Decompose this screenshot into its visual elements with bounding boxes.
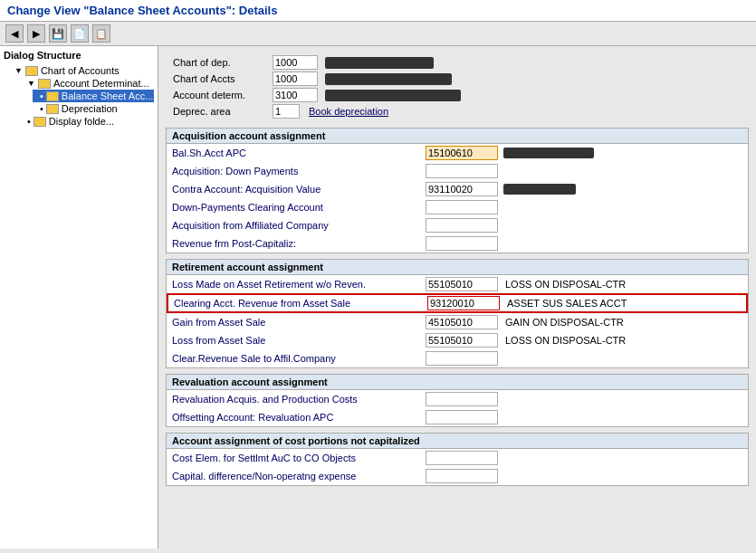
- deprec-area-input[interactable]: [273, 104, 300, 119]
- down-clearing-input[interactable]: [426, 200, 498, 215]
- revenue-post-input[interactable]: [426, 236, 498, 251]
- row-revaluation-acquis: Revaluation Acquis. and Production Costs: [167, 390, 748, 408]
- sidebar-label-4: Depreciation: [62, 103, 118, 114]
- top-fields: Chart of dep. Chart of Accts Account det…: [166, 52, 749, 124]
- row-revenue-post: Revenue frm Post-Capitaliz:: [167, 234, 748, 253]
- retirement-header: Retirement account assignment: [167, 260, 748, 275]
- sidebar: Dialog Structure ▼ Chart of Accounts ▼ A…: [0, 46, 158, 548]
- new-icon[interactable]: 📄: [71, 24, 89, 43]
- revenue-post-label: Revenue frm Post-Capitaliz:: [172, 238, 426, 249]
- contra-input[interactable]: [426, 182, 498, 196]
- blurred-company3: [325, 90, 461, 101]
- blurred-company2: [325, 73, 452, 85]
- revaluation-section: Revaluation account assignment Revaluati…: [166, 374, 749, 427]
- blurred-acct2: [503, 184, 576, 195]
- acq-down-input[interactable]: [426, 164, 498, 178]
- cost-portions-section: Account assignment of cost portions not …: [166, 433, 749, 486]
- acquisition-section: Acquisition account assignment Bal.Sh.Ac…: [166, 128, 749, 253]
- sidebar-label-2: Account Determinat...: [53, 78, 149, 89]
- acq-down-label: Acquisition: Down Payments: [172, 166, 426, 176]
- row-bal-sh-acct: Bal.Sh.Acct APC: [167, 144, 748, 162]
- row-offsetting-revaluation: Offsetting Account: Revaluation APC: [167, 408, 748, 426]
- clearing-acct-label: Clearing Acct. Revenue from Asset Sale: [174, 298, 427, 309]
- chart-of-accts-input[interactable]: [273, 72, 318, 86]
- folder-icon-2: [38, 79, 51, 89]
- gain-asset-label: Gain from Asset Sale: [172, 317, 426, 328]
- loss-made-desc: LOSS ON DISPOSAL-CTR: [505, 279, 626, 290]
- bullet-3: •: [27, 116, 31, 127]
- row-clearing-acct: Clearing Acct. Revenue from Asset Sale A…: [167, 293, 748, 313]
- cost-elem-label: Cost Elem. for Settlmt AuC to CO Objects: [172, 453, 426, 463]
- blurred-acct1: [503, 148, 594, 158]
- copy-icon[interactable]: 📋: [92, 24, 110, 43]
- row-clear-revenue-sale: Clear.Revenue Sale to Affil.Company: [167, 349, 748, 367]
- folder-icon-5: [33, 117, 46, 127]
- cost-elem-input[interactable]: [426, 451, 498, 465]
- row-cost-elem: Cost Elem. for Settlmt AuC to CO Objects: [167, 449, 748, 467]
- expand-arrow[interactable]: ▼: [14, 66, 23, 75]
- clearing-acct-input[interactable]: [427, 296, 500, 310]
- offset-reval-label: Offsetting Account: Revaluation APC: [172, 412, 426, 423]
- bullet-2: •: [40, 103, 43, 114]
- row-gain-from-asset: Gain from Asset Sale GAIN ON DISPOSAL-CT…: [167, 313, 748, 331]
- down-clearing-label: Down-Payments Clearing Account: [172, 202, 426, 213]
- retirement-section: Retirement account assignment Loss Made …: [166, 259, 749, 368]
- folder-icon-3: [46, 91, 59, 101]
- chart-of-dep-label: Chart of dep.: [173, 57, 273, 68]
- bal-sh-label: Bal.Sh.Acct APC: [172, 148, 426, 158]
- row-loss-from-asset: Loss from Asset Sale LOSS ON DISPOSAL-CT…: [167, 331, 748, 349]
- page-title: Change View "Balance Sheet Accounts": De…: [0, 0, 756, 22]
- book-depreciation-link[interactable]: Book depreciation: [309, 106, 388, 117]
- account-determ-input[interactable]: [273, 88, 318, 102]
- clear-revenue-input[interactable]: [426, 351, 498, 366]
- deprec-area-label: Deprec. area: [173, 106, 273, 117]
- sidebar-item-balance-sheet[interactable]: • Balance Sheet Acc...: [33, 90, 154, 102]
- row-acquisition-down: Acquisition: Down Payments: [167, 162, 748, 180]
- gain-asset-desc: GAIN ON DISPOSAL-CTR: [505, 317, 624, 328]
- capital-diff-label: Capital. difference/Non-operatng expense: [172, 471, 426, 481]
- clear-revenue-label: Clear.Revenue Sale to Affil.Company: [172, 353, 426, 364]
- blurred-company1: [325, 57, 434, 69]
- loss-made-input[interactable]: [426, 277, 498, 291]
- sidebar-item-account-determination[interactable]: ▼ Account Determinat...: [20, 77, 154, 90]
- account-determ-label: Account determ.: [173, 90, 273, 100]
- folder-icon-4: [46, 104, 59, 114]
- capital-diff-input[interactable]: [426, 469, 498, 483]
- row-contra-acct: Contra Account: Acquisition Value: [167, 180, 748, 198]
- loss-asset-input[interactable]: [426, 333, 498, 348]
- cost-portions-header: Account assignment of cost portions not …: [167, 434, 748, 449]
- sidebar-item-chart-of-accounts[interactable]: ▼ Chart of Accounts: [7, 64, 154, 77]
- revaluation-header: Revaluation account assignment: [167, 375, 748, 390]
- reval-acquis-label: Revaluation Acquis. and Production Costs: [172, 394, 426, 405]
- sidebar-item-display-folder[interactable]: • Display folde...: [20, 115, 154, 128]
- sidebar-label-5: Display folde...: [49, 116, 114, 127]
- content-area: Chart of dep. Chart of Accts Account det…: [158, 46, 756, 548]
- sidebar-tree: ▼ Chart of Accounts ▼ Account Determinat…: [4, 64, 154, 128]
- sidebar-label-3: Balance Sheet Acc...: [62, 91, 154, 101]
- acquisition-header: Acquisition account assignment: [167, 129, 748, 144]
- bullet: •: [40, 91, 43, 101]
- contra-label: Contra Account: Acquisition Value: [172, 184, 426, 195]
- chart-of-accts-label: Chart of Accts: [173, 73, 273, 84]
- toolbar: ◀ ▶ 💾 📄 📋: [0, 22, 756, 46]
- folder-icon: [25, 66, 38, 76]
- loss-asset-desc: LOSS ON DISPOSAL-CTR: [505, 335, 626, 346]
- sidebar-item-depreciation[interactable]: • Depreciation: [33, 102, 154, 115]
- row-acquisition-affiliated: Acquisition from Affiliated Company: [167, 216, 748, 234]
- back-icon[interactable]: ◀: [5, 24, 24, 43]
- acq-affiliated-input[interactable]: [426, 218, 498, 233]
- forward-icon[interactable]: ▶: [27, 24, 45, 43]
- reval-acquis-input[interactable]: [426, 392, 498, 406]
- sidebar-title: Dialog Structure: [4, 50, 154, 61]
- expand-arrow-2[interactable]: ▼: [27, 79, 35, 88]
- loss-asset-label: Loss from Asset Sale: [172, 335, 426, 346]
- clearing-acct-desc: ASSET SUS SALES ACCT: [507, 298, 627, 309]
- bal-sh-input[interactable]: [426, 146, 498, 160]
- offset-reval-input[interactable]: [426, 410, 498, 424]
- sidebar-label: Chart of Accounts: [41, 65, 120, 76]
- acq-affiliated-label: Acquisition from Affiliated Company: [172, 220, 426, 231]
- loss-made-label: Loss Made on Asset Retirement w/o Reven.: [172, 279, 426, 290]
- gain-asset-input[interactable]: [426, 315, 498, 329]
- chart-of-dep-input[interactable]: [273, 55, 318, 70]
- save-icon[interactable]: 💾: [49, 24, 67, 43]
